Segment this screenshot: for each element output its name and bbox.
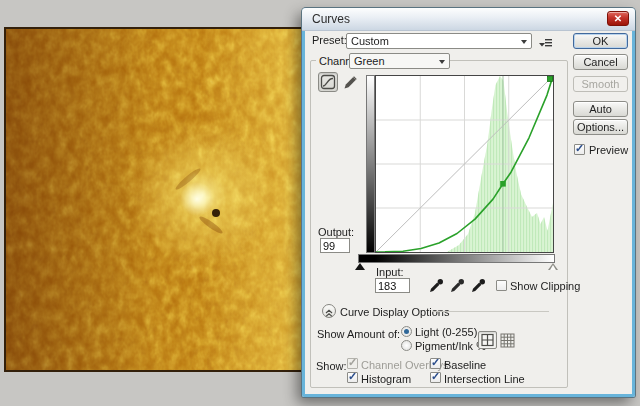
simple-grid-button[interactable]: [478, 331, 497, 349]
baseline-checkbox[interactable]: [430, 358, 441, 369]
preset-dropdown[interactable]: Custom: [346, 33, 532, 49]
intersection-line-checkbox[interactable]: [430, 372, 441, 383]
highlight-input-slider-face: [550, 265, 556, 270]
preview-label: Preview: [589, 144, 628, 156]
show-clipping-checkbox[interactable]: [496, 280, 507, 291]
curve-endpoint-handle[interactable]: [548, 77, 553, 82]
close-icon: ✕: [614, 13, 622, 24]
dialog-titlebar[interactable]: Curves ✕: [302, 8, 635, 31]
channel-value: Green: [354, 55, 385, 67]
output-label: Output:: [318, 226, 354, 238]
show-clipping-label: Show Clipping: [510, 280, 580, 292]
smooth-button: Smooth: [573, 76, 628, 92]
pigment-ink-radio-label: Pigment/Ink %: [415, 340, 486, 352]
sun-image: [4, 27, 309, 372]
gray-point-eyedropper[interactable]: [449, 277, 466, 294]
detailed-grid-button[interactable]: [500, 333, 515, 348]
channel-overlays-checkbox: [347, 358, 358, 369]
curve-icon: [319, 73, 337, 91]
sun-texture: [6, 29, 307, 370]
light-radio-label: Light (0-255): [415, 326, 477, 338]
intersection-line-label: Intersection Line: [444, 373, 525, 385]
cancel-button[interactable]: Cancel: [573, 54, 628, 70]
curve-grid[interactable]: [375, 75, 554, 253]
chevron-down-icon: [439, 60, 445, 64]
channel-dropdown[interactable]: Green: [349, 53, 450, 69]
pigment-ink-radio[interactable]: [401, 340, 412, 351]
histogram-label: Histogram: [361, 373, 411, 385]
preset-menu-icon[interactable]: [538, 37, 553, 50]
simple-grid-icon: [479, 332, 496, 348]
curve-display-options-header: Curve Display Options: [340, 306, 449, 318]
preset-label: Preset:: [312, 34, 347, 46]
input-field[interactable]: [375, 278, 410, 293]
chevron-down-icon: [521, 40, 527, 44]
show-label: Show:: [316, 360, 347, 372]
curve-point-handle[interactable]: [500, 181, 506, 187]
auto-button[interactable]: Auto: [573, 101, 628, 117]
shadow-input-slider[interactable]: [355, 263, 365, 270]
section-divider: [432, 311, 549, 312]
collapse-section-button[interactable]: [322, 304, 336, 318]
input-gradient-bar: [358, 254, 555, 263]
pencil-tool-button[interactable]: [342, 73, 360, 91]
histogram-checkbox[interactable]: [347, 372, 358, 383]
curve-plot: [376, 76, 553, 252]
white-point-eyedropper[interactable]: [470, 277, 487, 294]
black-point-eyedropper[interactable]: [428, 277, 445, 294]
input-label: Input:: [376, 266, 404, 278]
close-button[interactable]: ✕: [607, 11, 629, 26]
baseline-label: Baseline: [444, 359, 486, 371]
show-amount-label: Show Amount of:: [317, 328, 400, 340]
output-field[interactable]: [320, 238, 350, 253]
curves-dialog: Curves ✕ Preset: Custom OK Cancel Smooth…: [302, 8, 635, 397]
output-gradient-bar: [366, 75, 375, 253]
preset-value: Custom: [351, 35, 389, 47]
sunspot: [212, 209, 220, 217]
pencil-icon: [342, 73, 360, 91]
options-button[interactable]: Options...: [573, 119, 628, 135]
edit-points-tool-button[interactable]: [318, 72, 338, 92]
ok-button[interactable]: OK: [573, 33, 628, 49]
light-radio[interactable]: [401, 326, 412, 337]
double-chevron-up-icon: [323, 307, 335, 319]
preview-checkbox[interactable]: [574, 144, 585, 155]
dialog-title: Curves: [312, 12, 350, 26]
screen: Curves ✕ Preset: Custom OK Cancel Smooth…: [0, 0, 640, 406]
